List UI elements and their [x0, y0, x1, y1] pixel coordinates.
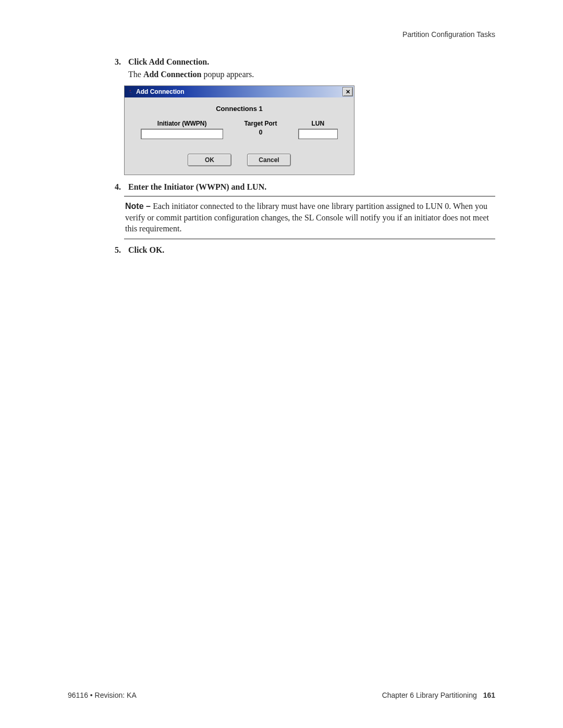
lun-field: LUN	[298, 120, 338, 139]
note-block: Note – Each initiator connected to the l…	[124, 196, 495, 239]
footer-chapter: Chapter 6 Library Partitioning	[382, 691, 477, 699]
initiator-field: Initiator (WWPN)	[141, 120, 223, 139]
page-footer: 96116 • Revision: KA Chapter 6 Library P…	[68, 691, 495, 699]
step-5-number: 5.	[115, 245, 124, 255]
dialog-button-row: OK Cancel	[133, 154, 346, 166]
step-3-followup-bold: Add Connection	[143, 70, 202, 79]
initiator-label: Initiator (WWPN)	[157, 120, 207, 127]
footer-left: 96116 • Revision: KA	[68, 691, 137, 699]
ok-button[interactable]: OK	[188, 154, 231, 166]
add-connection-dialog: Add Connection ✕ Connections 1 Initiator…	[124, 85, 354, 175]
footer-page-number: 161	[483, 691, 495, 699]
lun-input[interactable]	[298, 129, 338, 139]
cancel-button[interactable]: Cancel	[247, 154, 291, 166]
step-3-followup-prefix: The	[128, 70, 143, 79]
step-3-number: 3.	[115, 57, 124, 67]
dialog-titlebar: Add Connection ✕	[125, 86, 354, 97]
step-3-text: Click Add Connection.	[128, 57, 209, 67]
footer-right: Chapter 6 Library Partitioning 161	[382, 691, 495, 699]
dialog-close-button[interactable]: ✕	[342, 87, 353, 96]
step-3: 3. Click Add Connection.	[115, 57, 495, 67]
note-body: Each initiator connected to the library …	[125, 202, 489, 233]
dialog-title: Add Connection	[136, 88, 342, 95]
step-5: 5. Click OK.	[115, 245, 495, 255]
step-4-number: 4.	[115, 182, 124, 192]
java-icon	[127, 88, 134, 95]
step-3-followup-suffix: popup appears.	[201, 70, 254, 79]
step-3-followup: The Add Connection popup appears.	[128, 70, 495, 79]
main-content: 3. Click Add Connection. The Add Connect…	[115, 57, 495, 258]
step-4-text: Enter the Initiator (WWPN) and LUN.	[128, 182, 266, 192]
target-port-value: 0	[259, 129, 263, 136]
dialog-body: Connections 1 Initiator (WWPN) Target Po…	[125, 97, 354, 175]
step-5-text: Click OK.	[128, 245, 164, 255]
dialog-fields: Initiator (WWPN) Target Port 0 LUN	[133, 120, 346, 139]
note-label: Note –	[125, 202, 153, 211]
lun-label: LUN	[311, 120, 324, 127]
step-4: 4. Enter the Initiator (WWPN) and LUN.	[115, 182, 495, 192]
initiator-input[interactable]	[141, 129, 223, 139]
connections-heading: Connections 1	[133, 105, 346, 113]
running-head: Partition Configuration Tasks	[402, 30, 495, 39]
target-port-label: Target Port	[244, 120, 277, 127]
target-port-field: Target Port 0	[244, 120, 277, 136]
